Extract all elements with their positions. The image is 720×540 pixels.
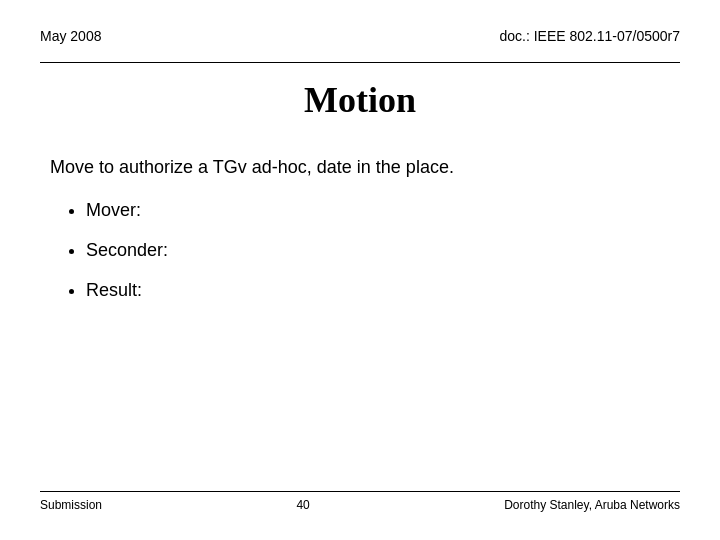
- footer-page-number: 40: [296, 498, 309, 512]
- slide-title: Motion: [40, 79, 680, 121]
- footer-author: Dorothy Stanley, Aruba Networks: [504, 498, 680, 512]
- footer-submission: Submission: [40, 498, 102, 512]
- header-date: May 2008: [40, 28, 101, 44]
- header-doc-id: doc.: IEEE 802.11-07/0500r7: [499, 28, 680, 44]
- list-item: Result:: [86, 272, 670, 308]
- list-item: Seconder:: [86, 232, 670, 268]
- slide-content: Move to authorize a TGv ad-hoc, date in …: [40, 157, 680, 481]
- slide-footer: Submission 40 Dorothy Stanley, Aruba Net…: [40, 491, 680, 512]
- intro-paragraph: Move to authorize a TGv ad-hoc, date in …: [50, 157, 670, 178]
- bullet-list: Mover: Seconder: Result:: [86, 192, 670, 308]
- slide: May 2008 doc.: IEEE 802.11-07/0500r7 Mot…: [0, 0, 720, 540]
- list-item: Mover:: [86, 192, 670, 228]
- top-divider: [40, 62, 680, 63]
- slide-header: May 2008 doc.: IEEE 802.11-07/0500r7: [40, 28, 680, 44]
